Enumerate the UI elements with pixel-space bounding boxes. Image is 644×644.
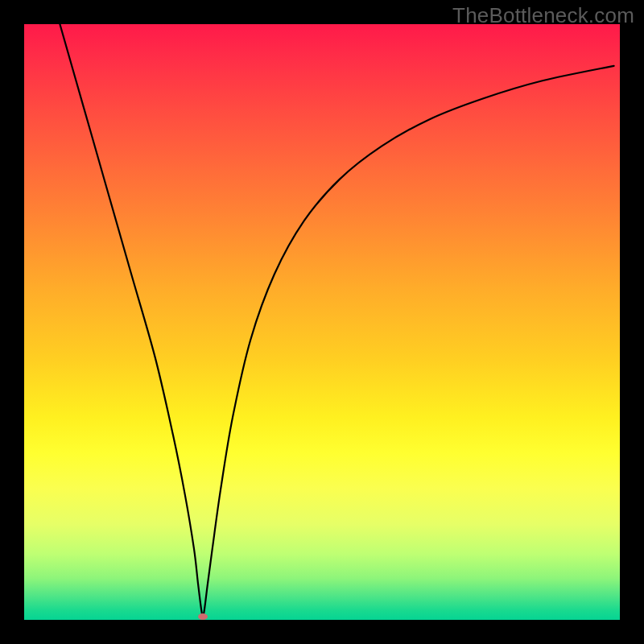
chart-container: TheBottleneck.com (0, 0, 644, 644)
curve-svg (24, 24, 620, 620)
watermark-text: TheBottleneck.com (452, 3, 634, 28)
plot-area (24, 24, 620, 620)
minimum-marker (198, 613, 208, 620)
bottleneck-curve-path (60, 24, 613, 617)
